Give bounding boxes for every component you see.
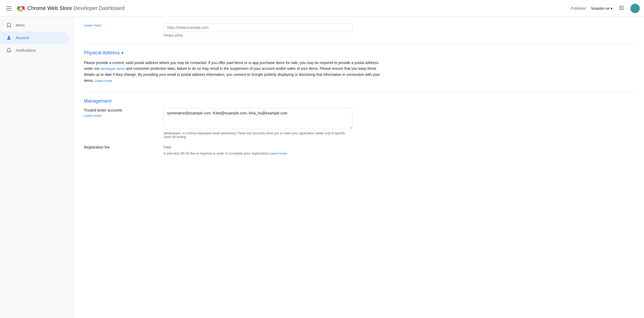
physical-address-section: Physical Address ▾ Please provide a curr… bbox=[84, 50, 634, 83]
management-section: Management Trusted tester accounts Learn… bbox=[84, 98, 634, 155]
svg-point-12 bbox=[8, 36, 10, 38]
trusted-tester-learn-more-link[interactable]: Learn more bbox=[84, 114, 101, 118]
chevron-down-icon: ▾ bbox=[121, 50, 124, 55]
bookmark-icon bbox=[6, 23, 12, 28]
registration-fee-label: Registration fee bbox=[84, 145, 157, 149]
svg-point-11 bbox=[622, 9, 624, 10]
trusted-tester-textarea[interactable]: somename@example.com, fr3ed@example.com,… bbox=[164, 108, 352, 129]
svg-point-9 bbox=[619, 9, 620, 10]
apps-grid-icon[interactable] bbox=[617, 3, 626, 13]
svg-point-3 bbox=[619, 6, 620, 7]
privacy-policy-input[interactable] bbox=[164, 23, 352, 32]
svg-point-4 bbox=[621, 6, 622, 7]
sidebar-notifications-label: Notifications bbox=[16, 48, 36, 52]
registration-fee-row: Registration fee Paid A one-time $5.00 f… bbox=[84, 145, 634, 155]
trusted-tester-input-col: somename@example.com, fr3ed@example.com,… bbox=[164, 108, 352, 139]
chrome-logo-icon bbox=[17, 4, 25, 13]
publisher-dropdown[interactable]: funastor-se ▾ bbox=[591, 6, 613, 10]
header-title: Chrome Web Store Developer Dashboard bbox=[27, 5, 125, 11]
registration-fee-value: Paid bbox=[164, 145, 352, 149]
svg-point-10 bbox=[621, 9, 622, 10]
main-content: Learn more Privacy policy Physical Addre… bbox=[73, 17, 644, 318]
chevron-down-icon: ▾ bbox=[611, 6, 613, 10]
publisher-label: Publisher: bbox=[571, 6, 587, 10]
trusted-tester-label: Trusted tester accounts bbox=[84, 108, 157, 112]
logo-container: Chrome Web Store Developer Dashboard bbox=[17, 4, 125, 13]
sidebar-item-items[interactable]: Items bbox=[0, 19, 69, 31]
trusted-tester-hint: (whitespace- or comma-separated email ad… bbox=[164, 131, 352, 139]
svg-point-5 bbox=[622, 6, 624, 7]
privacy-policy-learn-more-link[interactable]: Learn more bbox=[84, 23, 101, 27]
app-container: Items Account Notifications bbox=[0, 17, 644, 318]
privacy-policy-input-col: Privacy policy bbox=[164, 23, 352, 37]
divider-2 bbox=[84, 92, 634, 92]
sidebar-item-notifications[interactable]: Notifications bbox=[0, 44, 69, 57]
sidebar: Items Account Notifications bbox=[0, 17, 73, 318]
registration-fee-label-col: Registration fee bbox=[84, 145, 157, 150]
trusted-tester-label-col: Trusted tester accounts Learn more bbox=[84, 108, 157, 118]
sidebar-items-label: Items bbox=[16, 23, 25, 27]
sidebar-account-label: Account bbox=[16, 36, 29, 40]
svg-point-2 bbox=[20, 7, 22, 10]
svg-point-7 bbox=[621, 7, 622, 8]
svg-point-6 bbox=[619, 7, 620, 8]
physical-address-title[interactable]: Physical Address ▾ bbox=[84, 50, 634, 56]
svg-point-8 bbox=[622, 7, 624, 8]
physical-address-learn-more-link[interactable]: Learn more bbox=[95, 79, 112, 83]
developer-terms-link[interactable]: developer terms bbox=[101, 67, 125, 71]
hamburger-menu-button[interactable] bbox=[4, 4, 14, 13]
management-title: Management bbox=[84, 98, 634, 104]
privacy-policy-section: Learn more Privacy policy bbox=[84, 23, 634, 37]
header-right: Publisher: funastor-se ▾ bbox=[571, 3, 640, 13]
user-avatar[interactable] bbox=[630, 4, 640, 13]
divider-1 bbox=[84, 44, 634, 44]
app-header: Chrome Web Store Developer Dashboard Pub… bbox=[0, 0, 644, 17]
bell-icon bbox=[6, 48, 12, 53]
header-left: Chrome Web Store Developer Dashboard bbox=[4, 4, 571, 13]
sidebar-item-account[interactable]: Account bbox=[0, 31, 69, 44]
registration-fee-value-col: Paid A one-time $5.00 fee is required in… bbox=[164, 145, 352, 155]
trusted-tester-row: Trusted tester accounts Learn more somen… bbox=[84, 108, 634, 139]
account-icon bbox=[6, 35, 12, 40]
privacy-policy-label-text: Privacy policy bbox=[164, 34, 352, 37]
privacy-policy-label-col: Learn more bbox=[84, 23, 157, 27]
registration-fee-description: A one-time $5.00 fee is required in orde… bbox=[164, 151, 352, 155]
registration-fee-learn-more-link[interactable]: Learn more bbox=[269, 151, 287, 155]
physical-address-description: Please provide a current, valid postal a… bbox=[84, 60, 383, 83]
